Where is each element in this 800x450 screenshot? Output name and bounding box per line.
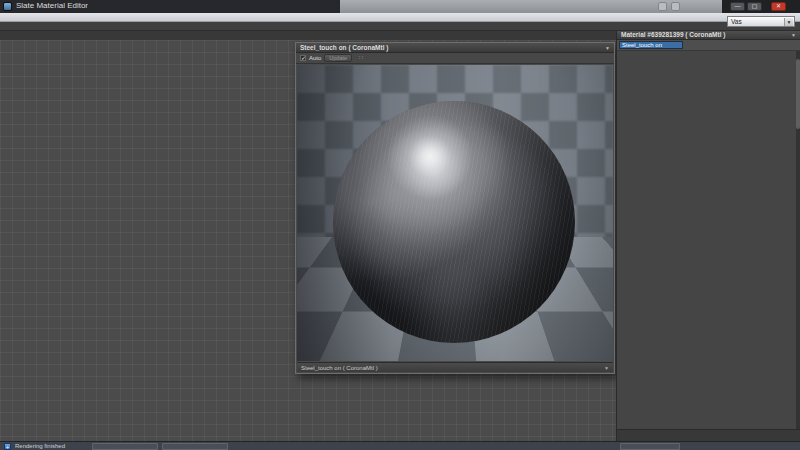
taskbar-item[interactable]: [620, 443, 680, 450]
render-status-text: Rendering finished: [15, 443, 65, 449]
panel-menu-icon[interactable]: ▼: [791, 32, 796, 38]
infocenter-help-icon[interactable]: [671, 2, 680, 11]
preview-footer-label: Steel_touch on ( CoronaMtl ): [301, 365, 378, 371]
menu-bar: [0, 13, 800, 22]
material-name-field[interactable]: Steel_touch on: [619, 41, 683, 49]
close-button[interactable]: ✕: [771, 2, 786, 11]
auto-update-label: Auto: [309, 55, 321, 61]
preview-title-bar[interactable]: Steel_touch on ( CoronaMtl ) ▼: [296, 43, 614, 53]
chevron-down-icon[interactable]: ▼: [784, 18, 793, 26]
view-selector-value: Vas: [731, 18, 742, 25]
panel-scrollbar[interactable]: [796, 51, 800, 429]
window-title: Slate Material Editor: [16, 1, 88, 10]
update-button[interactable]: Update: [324, 54, 352, 62]
app-icon: [3, 2, 12, 11]
view-selector-combo[interactable]: Vas ▼: [727, 16, 795, 27]
status-bar: + Rendering finished: [0, 441, 800, 450]
material-preview-window[interactable]: Steel_touch on ( CoronaMtl ) ▼ ✓ Auto Up…: [295, 42, 615, 374]
title-bar: — ▢ ✕ Slate Material Editor: [0, 0, 800, 13]
maximize-button[interactable]: ▢: [747, 2, 762, 11]
material-parameters-panel: Material #639281399 ( CoronaMtl ) ▼ Stee…: [616, 30, 800, 441]
panel-navigation-tray: [617, 429, 800, 441]
taskbar-item[interactable]: [162, 443, 228, 450]
material-name-row: Steel_touch on: [617, 40, 800, 51]
taskbar-item[interactable]: [92, 443, 158, 450]
rendered-preview: [297, 65, 613, 361]
minimize-button[interactable]: —: [730, 2, 745, 11]
slate-material-editor-window: — ▢ ✕ Slate Material Editor Vas ▼ Steel_…: [0, 0, 800, 450]
infocenter-star-icon[interactable]: [658, 2, 667, 11]
parameters-body: [617, 51, 796, 429]
material-header-title: Material #639281399 ( CoronaMtl ): [621, 31, 725, 38]
preview-menu-icon[interactable]: ▼: [605, 45, 610, 51]
render-status-icon: +: [4, 443, 11, 450]
auto-update-checkbox[interactable]: ✓: [300, 55, 306, 61]
window-button-zone: — ▢ ✕: [722, 0, 800, 13]
preview-toolbar: ✓ Auto Update ∷: [296, 53, 614, 64]
preview-title: Steel_touch on ( CoronaMtl ): [300, 44, 388, 51]
preview-material-selector[interactable]: Steel_touch on ( CoronaMtl ) ▼: [297, 362, 613, 372]
material-header: Material #639281399 ( CoronaMtl ) ▼: [617, 30, 800, 40]
render-vignette: [297, 65, 613, 361]
node-view-canvas[interactable]: Steel_touch on ( CoronaMtl ) ▼ ✓ Auto Up…: [0, 40, 616, 441]
chevron-down-icon[interactable]: ▼: [604, 365, 609, 371]
view-tabs-bar: [0, 31, 616, 40]
toolbar: [0, 22, 800, 31]
drag-handle-icon[interactable]: ∷: [359, 54, 363, 62]
